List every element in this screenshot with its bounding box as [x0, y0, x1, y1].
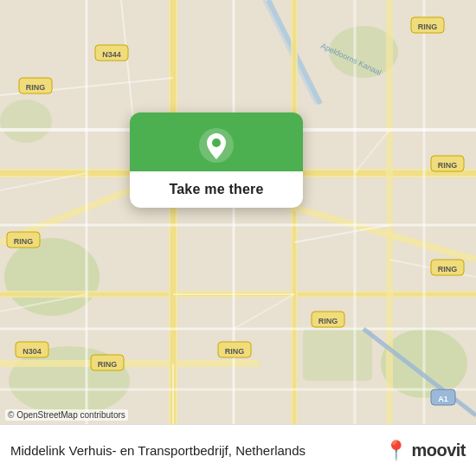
svg-text:RING: RING [14, 237, 34, 246]
moovit-logo: 📍 moovit [384, 440, 466, 462]
svg-text:RING: RING [98, 360, 118, 369]
svg-rect-4 [303, 329, 372, 381]
svg-text:RING: RING [438, 161, 458, 170]
app: RING RING RING RING RING RING RING RING [0, 0, 476, 476]
svg-text:RING: RING [438, 265, 458, 273]
take-me-there-button[interactable]: Take me there [130, 171, 303, 208]
svg-text:N344: N344 [102, 50, 121, 59]
map-attribution: © OpenStreetMap contributors [5, 409, 128, 421]
svg-text:N304: N304 [23, 347, 42, 356]
svg-text:RING: RING [418, 23, 438, 31]
location-name: Middelink Verhuis- en Transportbedrijf, … [10, 443, 376, 458]
svg-text:RING: RING [225, 347, 245, 356]
popup-card: Take me there [130, 113, 303, 208]
svg-text:RING: RING [318, 317, 338, 325]
map-container: RING RING RING RING RING RING RING RING [0, 0, 476, 424]
svg-point-6 [0, 100, 52, 143]
bottom-bar: Middelink Verhuis- en Transportbedrijf, … [0, 424, 476, 476]
location-pin-icon [197, 126, 235, 164]
map-background: RING RING RING RING RING RING RING RING [0, 0, 476, 424]
svg-text:RING: RING [26, 83, 46, 92]
svg-text:A1: A1 [438, 395, 448, 403]
svg-point-65 [212, 138, 221, 147]
moovit-pin-icon: 📍 [384, 440, 408, 462]
moovit-brand-text: moovit [411, 441, 466, 460]
